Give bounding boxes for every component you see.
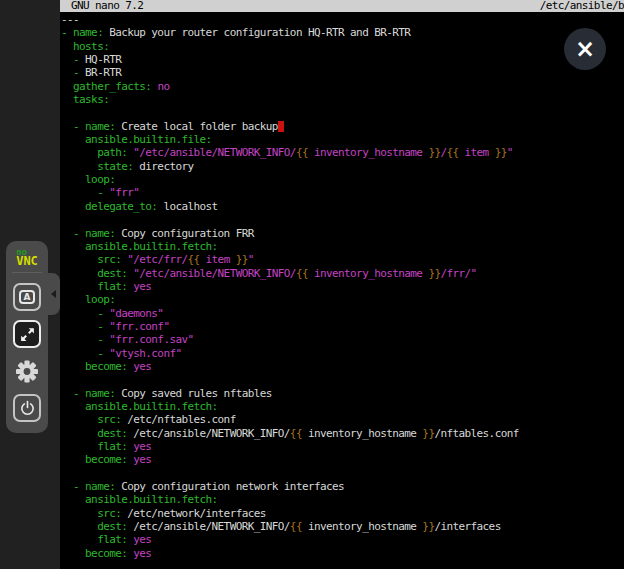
code-line: ansible.builtin.fetch: bbox=[61, 493, 519, 506]
code-line: dest: "/etc/ansible/NETWORK_INFO/{{ inve… bbox=[61, 267, 519, 280]
terminal-screen[interactable]: GNU nano 7.2 /etc/ansible/b ---- name: B… bbox=[60, 0, 624, 569]
code-line: - "daemons" bbox=[61, 307, 519, 320]
code-line: src: "/etc/frr/{{ item }}" bbox=[61, 253, 519, 266]
code-line: tasks: bbox=[61, 93, 519, 106]
code-line: ansible.builtin.fetch: bbox=[61, 400, 519, 413]
collapse-arrow-icon bbox=[51, 290, 56, 298]
code-line: flat: yes bbox=[61, 533, 519, 546]
code-line: - "vtysh.conf" bbox=[61, 347, 519, 360]
code-line: - name: Copy saved rules nftables bbox=[61, 387, 519, 400]
extra-keys-button[interactable]: A bbox=[13, 283, 41, 311]
code-line: src: /etc/nftables.conf bbox=[61, 413, 519, 426]
code-line: become: yes bbox=[61, 547, 519, 560]
code-line: --- bbox=[61, 13, 519, 26]
code-line: gather_facts: no bbox=[61, 80, 519, 93]
code-line: src: /etc/network/interfaces bbox=[61, 507, 519, 520]
fullscreen-button[interactable] bbox=[13, 320, 41, 348]
keyboard-a-icon: A bbox=[19, 290, 35, 304]
code-line: ansible.builtin.file: bbox=[61, 133, 519, 146]
code-line: - name: Copy configuration network inter… bbox=[61, 480, 519, 493]
code-line: - "frr" bbox=[61, 186, 519, 199]
code-line bbox=[61, 467, 519, 480]
code-line: dest: /etc/ansible/NETWORK_INFO/{{ inven… bbox=[61, 427, 519, 440]
code-line: become: yes bbox=[61, 360, 519, 373]
editor-content[interactable]: ---- name: Backup your router configurat… bbox=[61, 13, 519, 560]
code-line: dest: /etc/ansible/NETWORK_INFO/{{ inven… bbox=[61, 520, 519, 533]
code-line: - name: Create local folder backup bbox=[61, 120, 519, 133]
nano-titlebar: GNU nano 7.2 /etc/ansible/b bbox=[60, 0, 624, 12]
nano-version: GNU nano 7.2 bbox=[71, 0, 143, 12]
code-line: state: directory bbox=[61, 160, 519, 173]
close-button[interactable]: × bbox=[564, 28, 606, 70]
code-line: loop: bbox=[61, 173, 519, 186]
code-line: - BR-RTR bbox=[61, 66, 519, 79]
code-line: flat: yes bbox=[61, 280, 519, 293]
nano-filepath: /etc/ansible/b bbox=[540, 0, 624, 12]
novnc-control-bar: no VNC A bbox=[6, 241, 48, 433]
close-icon: × bbox=[575, 37, 595, 61]
code-line: loop: bbox=[61, 293, 519, 306]
code-line bbox=[61, 106, 519, 119]
code-line: - "frr.conf.sav" bbox=[61, 333, 519, 346]
disconnect-button[interactable] bbox=[13, 394, 41, 422]
code-line bbox=[61, 373, 519, 386]
settings-button[interactable] bbox=[13, 357, 41, 385]
code-line: hosts: bbox=[61, 40, 519, 53]
code-line: become: yes bbox=[61, 453, 519, 466]
code-line bbox=[61, 213, 519, 226]
code-line: - "frr.conf" bbox=[61, 320, 519, 333]
panel-divider bbox=[12, 272, 42, 273]
code-line: delegate_to: localhost bbox=[61, 200, 519, 213]
code-line: path: "/etc/ansible/NETWORK_INFO/{{ inve… bbox=[61, 146, 519, 159]
fullscreen-icon bbox=[20, 327, 35, 342]
code-line: - HQ-RTR bbox=[61, 53, 519, 66]
power-icon bbox=[19, 400, 36, 417]
code-line: ansible.builtin.fetch: bbox=[61, 240, 519, 253]
novnc-logo-vnc: VNC bbox=[16, 256, 38, 267]
code-line: - name: Copy configuration FRR bbox=[61, 227, 519, 240]
gear-icon bbox=[15, 359, 39, 384]
text-cursor bbox=[278, 121, 284, 132]
control-bar-handle[interactable] bbox=[48, 273, 60, 315]
novnc-logo: no VNC bbox=[16, 248, 38, 267]
code-line: - name: Backup your router configuration… bbox=[61, 26, 519, 39]
code-line: flat: yes bbox=[61, 440, 519, 453]
